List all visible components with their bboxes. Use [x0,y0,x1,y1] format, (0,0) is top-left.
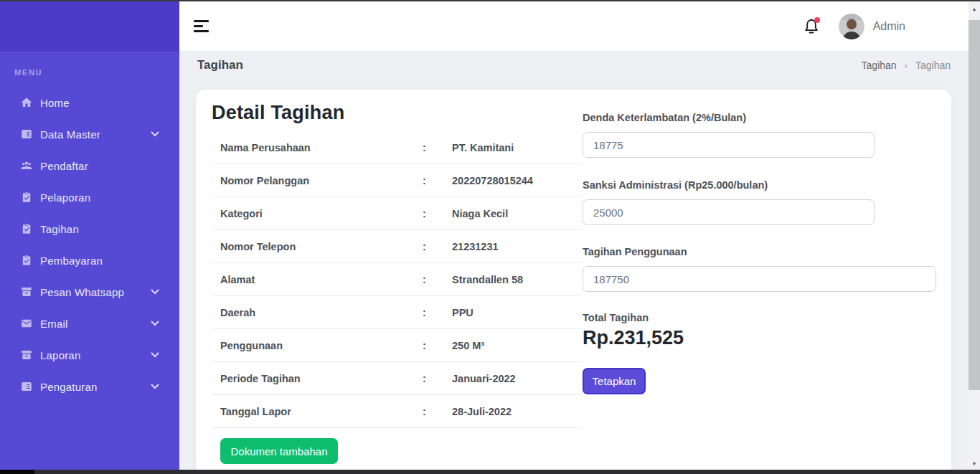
sidebar-item-label: Tagihan [40,223,79,235]
users-icon [20,159,33,172]
clipboard-check-icon [20,254,33,267]
table-row: Alamat : Strandallen 58 [212,263,583,296]
row-value: PPU [452,307,473,318]
row-label: Kategori [220,208,423,219]
detail-section: Detail Tagihan Nama Perusahaan : PT. Kam… [212,102,583,464]
document-list-icon [20,380,33,393]
row-label: Tanggal Lapor [220,406,423,417]
home-icon [20,96,33,109]
user-name: Admin [873,20,905,33]
total-value: Rp.231,525 [583,327,936,349]
avatar[interactable] [839,14,864,39]
table-row: Nama Perusahaan : PT. Kamitani [212,131,583,164]
row-label: Alamat [220,274,423,285]
sidebar-item-pelaporan[interactable]: Pelaporan [0,181,179,213]
detail-heading: Detail Tagihan [212,102,583,124]
sidebar-nav: Home Data Master Pendaftar Pelaporan [0,87,179,402]
sidebar-item-label: Pesan Whatsapp [40,286,124,298]
table-row: Tanggal Lapor : 28-Juli-2022 [212,395,583,428]
scrollbar-thumb[interactable] [969,20,980,390]
denda-input[interactable] [583,132,875,158]
sidebar-item-label: Pelaporan [40,191,90,204]
sidebar-item-laporan[interactable]: Laporan [0,339,179,371]
detail-table: Nama Perusahaan : PT. Kamitani Nomor Pel… [212,131,583,428]
chevron-down-icon [151,321,159,326]
sidebar-item-pembayaran[interactable]: Pembayaran [0,245,179,276]
scroll-up-icon[interactable]: ▲ [969,4,980,14]
dokumen-tambahan-button[interactable]: Dokumen tambahan [220,438,338,464]
bottom-edge-dark-segment [0,470,34,474]
row-label: Nomor Telepon [220,241,423,252]
sidebar-toggle-icon[interactable] [194,20,209,32]
billing-form: Denda Keterlambatan (2%/Bulan) Sanksi Ad… [583,90,936,394]
tagihan-penggunaan-label: Tagihan Penggunaan [583,246,936,257]
row-separator: : [423,208,452,219]
table-row: Kategori : Niaga Kecil [212,197,583,230]
row-separator: : [423,241,452,252]
sidebar-item-tagihan[interactable]: Tagihan [0,213,179,245]
tetapkan-button[interactable]: Tetapkan [583,368,646,394]
row-value: 28-Juli-2022 [452,406,512,417]
sidebar-item-pesan-whatsapp[interactable]: Pesan Whatsapp [0,276,179,308]
sidebar-item-home[interactable]: Home [0,87,179,118]
clipboard-check-icon [20,191,33,204]
row-label: Nomor Pelanggan [220,175,423,186]
sidebar-logo-area [0,1,179,52]
sidebar-item-label: Pengaturan [40,381,98,393]
clipboard-check-icon [20,222,33,235]
row-label: Penggunaan [220,340,423,351]
bottom-edge-gray-segment [34,470,980,474]
topbar-right: Admin [803,14,905,39]
row-value: 21231231 [452,241,499,252]
sidebar-item-email[interactable]: Email [0,308,179,339]
window-bottom-edge [0,470,980,474]
denda-label: Denda Keterlambatan (2%/Bulan) [583,112,936,123]
breadcrumb-current: Tagihan [915,60,951,71]
notification-dot [814,17,820,23]
row-separator: : [423,307,452,318]
document-list-icon [20,128,33,141]
chevron-down-icon [151,384,159,389]
row-separator: : [423,406,452,417]
row-separator: : [423,175,452,186]
table-row: Daerah : PPU [212,296,583,329]
scroll-down-icon[interactable]: ▼ [969,458,980,468]
detail-card: Detail Tagihan Nama Perusahaan : PT. Kam… [196,90,951,471]
row-value: 250 M³ [452,340,484,351]
sidebar-item-label: Pembayaran [40,255,103,267]
mail-icon [20,317,33,330]
row-separator: : [423,373,452,384]
chevron-down-icon [151,352,159,358]
chevron-down-icon [151,131,159,137]
row-label: Daerah [220,307,423,318]
table-row: Nomor Telepon : 21231231 [212,230,583,263]
main-area: Admin Tagihan Tagihan › Tagihan Detail T… [179,1,969,470]
sidebar-item-data-master[interactable]: Data Master [0,118,179,150]
sidebar-item-label: Home [40,97,70,109]
topbar: Admin [179,1,969,52]
sanksi-label: Sanksi Administrasi (Rp25.000/bulan) [583,179,936,191]
sidebar-item-label: Pendaftar [40,160,88,172]
notification-bell-icon[interactable] [803,16,820,37]
sidebar-item-pengaturan[interactable]: Pengaturan [0,371,179,402]
table-row: Penggunaan : 250 M³ [212,329,583,362]
row-value: Strandallen 58 [452,274,523,285]
sidebar: MENU Home Data Master Pendaftar [0,1,179,470]
archive-icon [20,285,33,298]
row-value: PT. Kamitani [452,142,514,153]
sidebar-menu-label: MENU [14,68,179,77]
titlebar: Tagihan Tagihan › Tagihan [179,52,969,79]
tagihan-penggunaan-input[interactable] [583,266,936,292]
row-value: 20220728015244 [452,175,533,186]
row-separator: : [423,340,452,351]
archive-icon [20,349,33,361]
row-value: Januari-2022 [452,373,516,384]
vertical-scrollbar[interactable]: ▲ ▼ [969,1,980,474]
sanksi-input[interactable] [583,199,875,225]
total-label: Total Tagihan [583,312,936,323]
sidebar-item-pendaftar[interactable]: Pendaftar [0,150,179,181]
sidebar-item-label: Email [40,318,68,330]
sidebar-item-label: Data Master [40,128,100,141]
breadcrumb-link[interactable]: Tagihan [862,60,897,71]
row-label: Nama Perusahaan [220,142,423,153]
